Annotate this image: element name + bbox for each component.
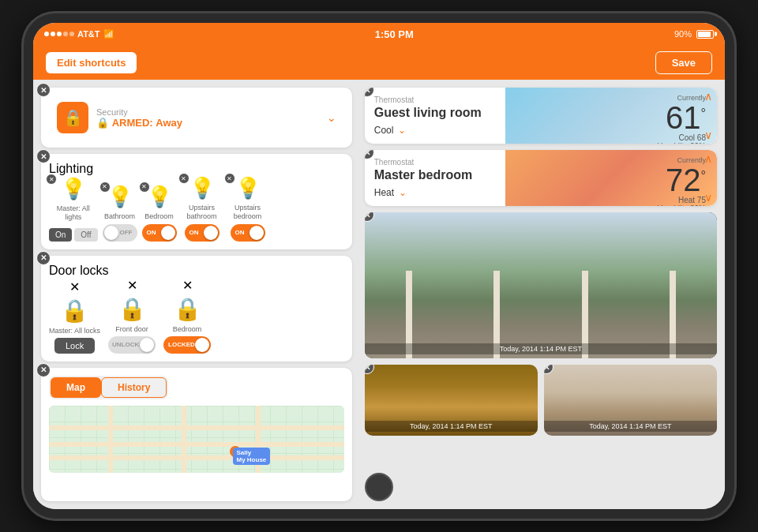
lock-label-bedroom: Bedroom [173, 325, 202, 333]
lock-label-front: Front door [115, 325, 148, 333]
camera-kitchen-timestamp: Today, 2014 1:14 PM EST [365, 421, 538, 432]
toggle-on-label-upbath: ON [190, 229, 199, 236]
bulb-icon-bedroom: 💡 [147, 185, 172, 209]
security-card: ✕ 🔒 Security 🔒 ARMED: Away ⌄ [41, 88, 352, 148]
signal-dot-3 [57, 32, 62, 36]
temp-heat-value: 72° [657, 164, 706, 196]
light-bedroom-toggle[interactable]: ON [142, 224, 177, 242]
map-road-h1 [49, 425, 344, 430]
temp-heat-humidity: Humidity 80% [657, 204, 706, 206]
bedroom-lock-toggle[interactable]: LOCKED [163, 336, 211, 354]
wifi-icon: 📶 [103, 29, 114, 39]
tablet-frame: AT&T 📶 1:50 PM 90% Edit shortcuts Save [24, 13, 734, 519]
lighting-card: ✕ Lighting ✕ 💡 Master: All lights On Off [41, 154, 352, 249]
save-button[interactable]: Save [655, 51, 712, 74]
map-tab-map[interactable]: Map [51, 377, 101, 398]
camera-living-timestamp: Today, 2014 1:14 PM EST [544, 421, 717, 432]
left-column: ✕ 🔒 Security 🔒 ARMED: Away ⌄ [33, 80, 358, 509]
lighting-close-button[interactable]: ✕ [36, 149, 51, 163]
light-bathroom-toggle[interactable]: OFF [103, 224, 137, 242]
light-item-upstairs-bath: ✕ 💡 Upstairs bathroom ON [182, 176, 223, 242]
light-off-button[interactable]: Off [74, 228, 97, 242]
bulb-icon-bathroom: 💡 [107, 185, 133, 209]
thermostat-heat-dropdown[interactable]: ⌄ [399, 187, 407, 198]
light-upstairs-bath-toggle[interactable]: ON [185, 224, 220, 242]
thermostat-heat-close[interactable]: ✕ [365, 150, 374, 159]
lock-master-close[interactable]: ✕ [69, 279, 80, 294]
map-location-label: SallyMy House [233, 448, 271, 465]
signal-dot-5 [69, 32, 74, 36]
temp-cool-value: 61° [657, 102, 706, 133]
thermostat-cool-card: ✕ Thermostat Guest living room Cool ⌄ Cu… [365, 88, 717, 144]
edit-shortcuts-button[interactable]: Edit shortcuts [46, 52, 137, 73]
tablet-screen: AT&T 📶 1:50 PM 90% Edit shortcuts Save [33, 23, 725, 509]
thermostat-cool-up[interactable]: ∧ [704, 91, 712, 102]
thermostat-heat-temp-area: Currently 72° Heat 75 Humidity 80% [657, 156, 706, 206]
temp-cool-humidity: Humidity 80% [657, 142, 706, 144]
door-locks-close-button[interactable]: ✕ [36, 251, 51, 265]
thermostat-heat-up[interactable]: ∧ [704, 153, 712, 164]
map-road-h2 [49, 442, 344, 447]
thermostat-cool-dropdown[interactable]: ⌄ [398, 125, 406, 136]
map-road-v2 [182, 406, 186, 473]
light-label-master: Master: All lights [53, 204, 94, 222]
light-item-master: ✕ 💡 Master: All lights On Off [49, 177, 98, 242]
battery-icon [696, 30, 714, 39]
lighting-title: Lighting [49, 162, 344, 176]
thermostat-cool-close[interactable]: ✕ [365, 88, 374, 97]
on-off-buttons: On Off [49, 228, 98, 242]
light-upstairs-bath-close[interactable]: ✕ [178, 173, 190, 184]
map-close-button[interactable]: ✕ [36, 363, 51, 377]
light-item-upstairs-bed: ✕ 💡 Upstairs bedroom ON [227, 176, 268, 242]
home-button[interactable] [365, 473, 393, 501]
camera-feed-living: ✕ Today, 2014 1:14 PM EST [544, 365, 717, 436]
map-card: ✕ Map History [41, 368, 352, 501]
lock-front-close[interactable]: ✕ [127, 278, 137, 293]
signal-dot-4 [63, 32, 68, 36]
unlock-knob [140, 338, 154, 352]
thermostat-heat-card: ✕ Thermostat Master bedroom Heat ⌄ Curre… [365, 150, 717, 206]
door-locks-title: Door locks [49, 264, 344, 278]
camera-scene-porch [365, 212, 717, 358]
lock-item-bedroom: ✕ 🔒 Bedroom LOCKED [163, 278, 211, 354]
carrier-label: AT&T [77, 29, 100, 39]
thermostat-cool-chevrons: ∧ ∨ [704, 88, 712, 144]
temp-heat-setpoint: Heat 75 [657, 196, 706, 204]
camera-small-row: ✕ Today, 2014 1:14 PM EST ✕ Today, 2014 … [365, 365, 717, 436]
security-close-button[interactable]: ✕ [36, 83, 51, 97]
security-dropdown-arrow[interactable]: ⌄ [327, 111, 336, 124]
light-bedroom-close[interactable]: ✕ [139, 182, 150, 193]
locked-knob [195, 338, 209, 352]
toggle-knob-bedroom [161, 226, 175, 240]
status-left: AT&T 📶 [44, 29, 114, 39]
light-bathroom-close[interactable]: ✕ [99, 182, 111, 193]
light-master-close[interactable]: ✕ [46, 174, 57, 185]
front-door-toggle[interactable]: UNLOCKED [108, 336, 156, 354]
status-time: 1:50 PM [375, 28, 414, 40]
lock-icon-master: 🔒 [61, 298, 88, 324]
toggle-off-label: OFF [120, 229, 133, 236]
map-tab-history[interactable]: History [101, 377, 167, 398]
security-status: 🔒 ARMED: Away [96, 117, 319, 129]
toggle-knob-upbath [204, 226, 218, 240]
lock-bedroom-close[interactable]: ✕ [182, 278, 193, 293]
camera-feed-kitchen: ✕ Today, 2014 1:14 PM EST [365, 365, 538, 436]
light-on-button[interactable]: On [49, 228, 72, 242]
right-column: ✕ Thermostat Guest living room Cool ⌄ Cu… [358, 80, 725, 509]
battery-percent: 90% [674, 29, 692, 39]
lock-item-master: ✕ 🔒 Master: All locks Lock [49, 279, 100, 354]
signal-dots [44, 32, 74, 36]
lights-row: ✕ 💡 Master: All lights On Off ✕ 💡 [49, 176, 344, 242]
lock-label-master: Master: All locks [49, 327, 100, 335]
lock-button[interactable]: Lock [54, 338, 95, 354]
thermostat-cool-down[interactable]: ∨ [704, 129, 712, 140]
light-upstairs-bed-toggle[interactable]: ON [231, 224, 265, 242]
light-upstairs-bed-close[interactable]: ✕ [224, 173, 235, 184]
lock-icon-bedroom: 🔒 [174, 296, 201, 322]
top-bar: Edit shortcuts Save [33, 45, 725, 80]
door-locks-card: ✕ Door locks ✕ 🔒 Master: All locks Lock … [41, 256, 352, 362]
lock-icon-front: 🔒 [118, 296, 146, 322]
thermostat-heat-down[interactable]: ∨ [704, 192, 712, 203]
thermostat-cool-temp-area: Currently 61° Cool 68 Humidity 80% [657, 94, 706, 144]
temp-cool-setpoint: Cool 68 [657, 133, 706, 142]
